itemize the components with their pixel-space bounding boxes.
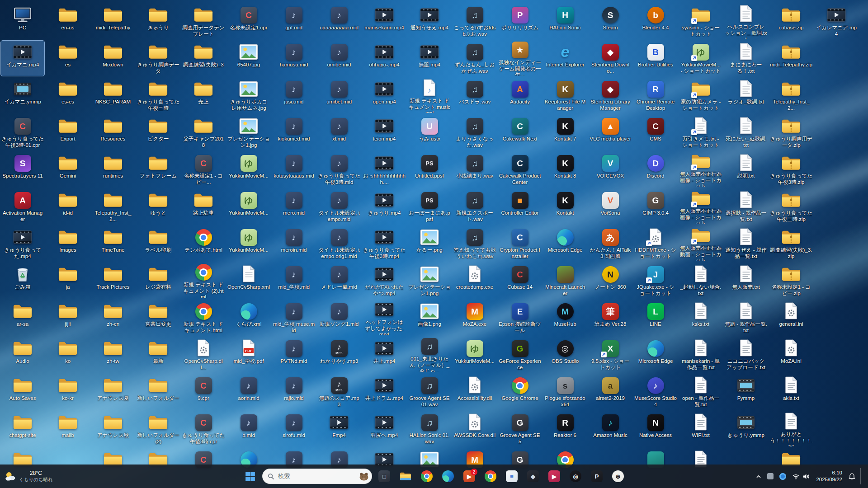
desktop-icon[interactable]: イカマニ.mp4 [1, 41, 44, 76]
desktop-icon[interactable]: Images [46, 226, 90, 261]
desktop-icon[interactable]: 名称未設定1 - コピー.zip [769, 263, 813, 298]
desktop-icon[interactable]: OpenCvSharp.xml [227, 263, 270, 298]
desktop-icon[interactable]: Microsoft Edge [634, 337, 677, 372]
desktop-icon[interactable]: GGroove Agent SE 5 [498, 411, 542, 446]
desktop-icon[interactable]: Fmp4 [317, 411, 361, 446]
desktop-icon[interactable]: EEpson 接続診断ツール [498, 300, 542, 335]
desktop-icon[interactable]: es-es [46, 78, 90, 113]
desktop-icon[interactable]: Cきゅうり食ってた午後3時.cpr [182, 411, 225, 446]
desktop-icon[interactable]: ♪umibet.mid [317, 78, 361, 113]
desktop-icon[interactable]: ♪jusu.mid [272, 78, 316, 113]
desktop-icon[interactable]: malib [46, 411, 90, 446]
desktop-icon[interactable]: ksks.txt [679, 300, 722, 335]
desktop-icon[interactable]: en-us [46, 4, 90, 39]
desktop-icon[interactable]: くらび.xml [227, 300, 270, 335]
desktop-icon[interactable]: chatgpt-site [1, 411, 44, 446]
desktop-icon[interactable]: ♪MP3無題のスコア.mp3 [317, 374, 361, 409]
desktop-icon[interactable]: ♪タイトル未設定, tempo.orig1.mid [317, 226, 361, 261]
desktop-icon[interactable]: ♪aorin.mid [227, 374, 270, 409]
desktop-icon[interactable]: C名称未設定1 - コピー... [182, 152, 225, 187]
desktop-icon[interactable]: ♪メドレー風.mid [317, 263, 361, 298]
desktop-icon[interactable]: RReaktor 6 [543, 411, 587, 446]
desktop-icon[interactable]: NNative Access [634, 411, 677, 446]
desktop-icon[interactable]: PSおーぼーまにあ.ppsf [408, 189, 451, 224]
chrome-profile-2[interactable] [481, 467, 500, 485]
desktop-icon[interactable]: 家の防犯カメラ - ショートカット [679, 78, 722, 113]
desktop-icon[interactable]: ♪MP3わかりやす.mp3 [317, 337, 361, 372]
desktop-icon[interactable]: Uうみ.ustx [408, 115, 451, 150]
desktop-icon[interactable]: ヘッドフォンはずしてよかった.mp4 [363, 300, 406, 335]
desktop-icon[interactable]: BBrother Utilities [634, 41, 677, 76]
desktop-icon[interactable]: 調査用データテンプレート [182, 4, 225, 39]
desktop-icon[interactable]: ♫001_東北きりたん（ノーマル）_今じゃ... [408, 337, 451, 372]
desktop-icon[interactable]: きゅうり食ってた午後3時.mp4 [363, 226, 406, 261]
desktop-icon[interactable]: midi_Telepathy.zip [769, 41, 813, 76]
desktop-icon[interactable]: Microsoft Edge [543, 226, 587, 261]
desktop-icon[interactable]: zh-tw [91, 337, 135, 372]
desktop-icon[interactable]: KKeepforest File Manager [543, 78, 587, 113]
desktop-icon[interactable]: ♪umibe.mid [317, 41, 361, 76]
desktop-icon[interactable]: ♫新規エクスポート.wav [453, 189, 496, 224]
desktop-icon[interactable]: manisekarin - 親作品一覧.txt [679, 337, 722, 372]
desktop-icon[interactable]: GGeForce Experience [498, 337, 542, 372]
desktop-icon[interactable]: 最新 [137, 337, 180, 372]
desktop-icon[interactable]: aairset2-2019 [589, 374, 632, 409]
desktop-icon[interactable]: VVOICEVOX [589, 152, 632, 187]
desktop-icon[interactable]: Telepathy_Inst_2... [91, 189, 135, 224]
desktop-icon[interactable]: 無題 - 親作品一覧.txt [724, 300, 768, 335]
desktop-icon[interactable]: ♪b.mid [227, 411, 270, 446]
desktop-icon[interactable]: KKontakt 8 [543, 152, 587, 187]
desktop-icon[interactable]: VVoiSona [589, 189, 632, 224]
desktop-icon[interactable]: 調査練習(失敗)_3.zip [769, 226, 813, 261]
desktop-icon[interactable]: きゅうり食ってた.mp4 [1, 226, 44, 261]
desktop-icon[interactable]: 調査練習(失敗)_3 [182, 41, 225, 76]
desktop-icon[interactable]: 井上.mp4 [363, 337, 406, 372]
desktop-icon[interactable]: Mixdown [91, 41, 135, 76]
desktop-icon[interactable]: ニコニコバックアップロード.txt [724, 337, 768, 372]
desktop-icon[interactable]: Nノートン 360 [589, 263, 632, 298]
desktop-icon[interactable]: RChrome Remote Desktop [634, 78, 677, 113]
desktop-icon[interactable]: ♪Amazon Music [589, 411, 632, 446]
desktop-icon[interactable]: 筆筆まめ Ver.28 [589, 300, 632, 335]
desktop-icon[interactable]: 説明.txt [724, 152, 768, 187]
desktop-icon[interactable]: ◆Steinberg Library Manager [589, 78, 632, 113]
desktop-icon[interactable]: GGIMP 3.0.4 [634, 189, 677, 224]
desktop-icon[interactable]: ♪xl.mid [317, 115, 361, 150]
desktop-icon[interactable]: Fymmp [724, 374, 768, 409]
desktop-icon[interactable]: 営業日変更 [137, 300, 180, 335]
desktop-icon[interactable]: レジ袋有料 [137, 263, 180, 298]
desktop-icon[interactable]: TimeTune [91, 226, 135, 261]
desktop-icon[interactable]: ■Controller Editor [498, 189, 542, 224]
desktop-icon[interactable]: 新しいフォルダー [137, 374, 180, 409]
desktop-icon[interactable]: bBlender 4.4 [634, 4, 677, 39]
desktop-icon[interactable]: 羽尻ヘ.mp4 [363, 411, 406, 446]
desktop-icon[interactable]: きゅうり.mp4 [363, 189, 406, 224]
desktop-icon[interactable]: イカマニ.ymmp [1, 78, 44, 113]
tray-blue-app[interactable] [777, 468, 788, 484]
desktop-icon[interactable]: ありがとう！！！！！！！.txt [769, 411, 813, 446]
desktop-icon[interactable]: だれだFXいれたやつ.mp4 [363, 263, 406, 298]
desktop-icon[interactable]: Export [46, 115, 90, 150]
desktop-icon[interactable]: PSUntitled.ppsf [408, 152, 451, 187]
desktop-icon[interactable]: ゆうと [137, 189, 180, 224]
desktop-icon[interactable]: MMuseHub [543, 300, 587, 335]
desktop-icon[interactable]: SSpectraLayers 11 [1, 152, 44, 187]
desktop-icon[interactable]: runtimes [91, 152, 135, 187]
desktop-icon[interactable]: ゆYukkuriMovieM... [227, 152, 270, 187]
desktop-icon[interactable]: LLINE [634, 300, 677, 335]
desktop-icon[interactable]: ♪きゅうり食ってた午後3時.mid [317, 152, 361, 187]
start-button[interactable] [241, 467, 259, 485]
desktop-icon[interactable]: NKSC_PARAM [91, 78, 135, 113]
desktop-icon[interactable]: ♪sirofu.mid [272, 411, 316, 446]
desktop-icon[interactable]: CCakewalk Product Center [498, 152, 542, 187]
microsoft-edge[interactable] [439, 467, 457, 485]
desktop-icon[interactable]: MMoZA.exe [453, 300, 496, 335]
desktop-icon[interactable]: ♫HALion Sonic 01.wav [408, 411, 451, 446]
desktop-icon[interactable]: ♪mero.mid [272, 189, 316, 224]
desktop-icon[interactable]: ♪meroin.mid [272, 226, 316, 261]
desktop-icon[interactable]: general.ini [769, 300, 813, 335]
desktop-icon[interactable]: ♫ずんだもん_しおかぜふ.wav [453, 41, 496, 76]
desktop-icon[interactable]: ♪hamusu.mid [272, 41, 316, 76]
desktop-icon[interactable]: きゅうり食ってた午後3時.zip [769, 152, 813, 187]
desktop-icon[interactable]: open - 親作品一覧.txt [679, 374, 722, 409]
